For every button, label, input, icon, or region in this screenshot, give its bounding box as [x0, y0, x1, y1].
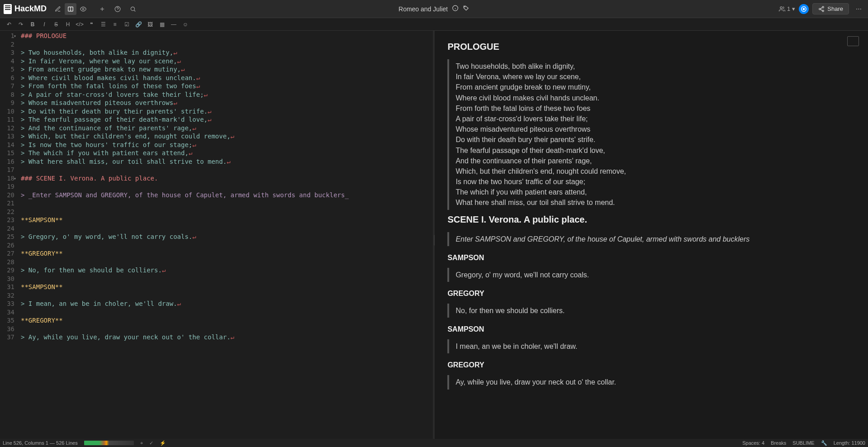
workspace: ▾ ▾ 123456789101112131415161718192021222…: [0, 31, 868, 439]
svg-point-7: [131, 7, 134, 10]
preview-heading-prologue: PROLOGUE: [447, 42, 855, 52]
svg-point-18: [822, 10, 824, 12]
link-button[interactable]: 🔗: [133, 19, 144, 29]
split-mode-button[interactable]: [65, 3, 76, 15]
hackmd-icon: [4, 4, 12, 14]
right-controls: 1 ▾ Share ⋯: [779, 3, 864, 15]
tag-icon[interactable]: [463, 5, 470, 13]
svg-point-2: [82, 8, 84, 10]
preview-pane: PROLOGUE Two households, both alike in d…: [435, 31, 868, 439]
check-icon[interactable]: ✓: [149, 440, 153, 446]
image-button[interactable]: 🖼: [145, 19, 156, 29]
line-gutter: 1234567891011121314151617181920212223242…: [0, 31, 17, 439]
preview-heading-scene: SCENE I. Verona. A public place.: [447, 214, 855, 225]
online-users[interactable]: 1 ▾: [779, 5, 795, 12]
view-mode-button[interactable]: [77, 3, 89, 15]
edit-mode-button[interactable]: [52, 3, 64, 15]
bold-button[interactable]: B: [27, 19, 38, 29]
more-options-button[interactable]: ⋯: [853, 3, 864, 15]
undo-button[interactable]: ↶: [4, 19, 14, 29]
fold-icon[interactable]: ▾: [14, 32, 16, 41]
cursor-position[interactable]: Line 526, Columns 1 — 526 Lines: [3, 440, 78, 446]
preview-blockquote: Two households, both alike in dignity,In…: [447, 59, 855, 210]
emoji-button[interactable]: ☺: [180, 19, 191, 29]
help-button[interactable]: [112, 3, 123, 15]
view-mode-group: [52, 3, 89, 15]
fold-icon[interactable]: ▾: [14, 175, 16, 183]
svg-line-20: [821, 9, 822, 10]
user-avatar[interactable]: [799, 4, 809, 14]
app-name: HackMD: [14, 4, 47, 14]
app-logo[interactable]: HackMD: [4, 4, 47, 14]
checklist-button[interactable]: ☑: [121, 19, 132, 29]
svg-point-17: [819, 8, 821, 10]
heading-button[interactable]: H: [62, 19, 73, 29]
editor-pane[interactable]: ▾ ▾ 123456789101112131415161718192021222…: [0, 31, 433, 439]
character-name: GREGORY: [447, 360, 855, 371]
preview-blockquote: Ay, while you live, draw your neck out o…: [447, 375, 855, 389]
preview-blockquote: Enter SAMPSON and GREGORY, of the house …: [447, 232, 855, 246]
svg-line-19: [821, 7, 822, 8]
table-button[interactable]: ▦: [157, 19, 167, 29]
stage-direction: Enter SAMPSON and GREGORY, of the house …: [455, 235, 749, 243]
format-toolbar: ↶ ↷ B I S H </> ❝ ☰ ≡ ☑ 🔗 🖼 ▦ — ☺: [0, 18, 868, 31]
character-name: GREGORY: [447, 288, 855, 299]
share-label: Share: [827, 5, 843, 12]
hr-button[interactable]: —: [168, 19, 179, 29]
svg-point-13: [780, 6, 783, 9]
breaks-setting[interactable]: Breaks: [771, 440, 786, 446]
status-bar: Line 526, Columns 1 — 526 Lines ⌖ ✓ ⚡ Sp…: [0, 439, 868, 447]
preview-blockquote: No, for then we should be colliers.: [447, 304, 855, 318]
italic-button[interactable]: I: [39, 19, 50, 29]
doc-title: Romeo and Juliet: [398, 5, 448, 13]
preview-blockquote: I mean, an we be in choler, we'll draw.: [447, 339, 855, 353]
ol-button[interactable]: ≡: [109, 19, 120, 29]
svg-point-16: [822, 6, 824, 8]
length-info: Length: 11900: [834, 440, 865, 446]
minimap[interactable]: [84, 441, 134, 445]
strike-button[interactable]: S: [51, 19, 62, 29]
doc-title-area: Romeo and Juliet: [398, 5, 470, 13]
character-name: SAMPSON: [447, 252, 855, 263]
info-icon[interactable]: [452, 5, 459, 13]
code-button[interactable]: </>: [74, 19, 85, 29]
ul-button[interactable]: ☰: [98, 19, 109, 29]
chevron-down-icon: ▾: [792, 5, 795, 12]
top-bar: HackMD Romeo and Juliet 1 ▾ Share ⋯: [0, 0, 868, 18]
online-count: 1: [787, 5, 790, 12]
svg-point-15: [803, 8, 805, 10]
target-icon[interactable]: ⌖: [140, 440, 143, 446]
share-button[interactable]: Share: [812, 3, 849, 14]
preview-blockquote: Gregory, o' my word, we'll not carry coa…: [447, 268, 855, 282]
code-area[interactable]: ### PROLOGUE > Two households, both alik…: [17, 31, 433, 439]
character-name: SAMPSON: [447, 324, 855, 335]
indent-setting[interactable]: Spaces: 4: [742, 440, 764, 446]
redo-button[interactable]: ↷: [15, 19, 26, 29]
lightning-icon[interactable]: ⚡: [160, 440, 166, 446]
svg-point-12: [465, 7, 465, 7]
keymap-setting[interactable]: SUBLIME: [792, 440, 814, 446]
toc-toggle[interactable]: [847, 36, 859, 46]
wrench-icon[interactable]: 🔧: [821, 440, 827, 446]
svg-line-8: [134, 10, 135, 11]
new-note-button[interactable]: [96, 3, 108, 15]
quote-button[interactable]: ❝: [86, 19, 97, 29]
search-button[interactable]: [127, 3, 139, 15]
